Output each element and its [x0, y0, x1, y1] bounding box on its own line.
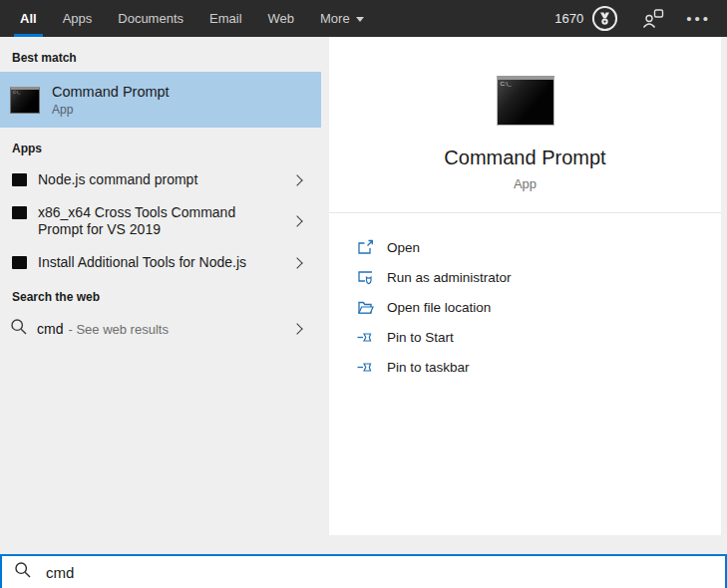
header-right-controls: 1670 ••• — [554, 0, 711, 37]
action-label: Pin to taskbar — [387, 360, 470, 375]
result-nodejs-command-prompt[interactable]: Node.js command prompt — [0, 164, 321, 195]
search-filter-tabs: All Apps Documents Email Web More — [14, 0, 384, 37]
tab-all[interactable]: All — [14, 0, 43, 37]
search-header: All Apps Documents Email Web More 1670 — [0, 0, 727, 37]
search-icon — [14, 561, 32, 583]
action-open[interactable]: Open — [329, 232, 721, 262]
rewards-points: 1670 — [554, 11, 583, 26]
taskbar-search-box[interactable] — [0, 554, 727, 588]
action-run-as-administrator[interactable]: Run as administrator — [329, 262, 721, 292]
action-list: Open Run as administrator — [329, 232, 721, 382]
terminal-icon — [12, 173, 27, 186]
pushpin-icon — [357, 359, 374, 376]
result-x86-x64-cross-tools[interactable]: x86_x64 Cross Tools Command Prompt for V… — [0, 197, 321, 245]
tab-more-label: More — [320, 11, 350, 26]
action-label: Open — [387, 240, 420, 255]
web-query-text: cmd — [37, 321, 63, 337]
tab-documents[interactable]: Documents — [112, 0, 189, 37]
open-window-icon — [357, 239, 374, 256]
best-match-section-label: Best match — [12, 51, 77, 65]
apps-section-label: Apps — [12, 142, 42, 155]
action-label: Run as administrator — [387, 270, 512, 285]
search-flyout: All Apps Documents Email Web More 1670 — [0, 0, 727, 588]
preview-subtitle: App — [329, 176, 721, 191]
divider — [329, 212, 721, 213]
chevron-right-icon[interactable] — [291, 257, 302, 268]
search-input[interactable] — [44, 559, 725, 585]
preview-title: Command Prompt — [329, 147, 721, 169]
search-icon — [10, 318, 28, 340]
command-prompt-large-icon — [497, 76, 554, 126]
more-options-ellipsis-icon[interactable]: ••• — [686, 14, 711, 24]
results-panel: Best match Command Prompt App Apps Node.… — [0, 37, 321, 554]
chevron-right-icon[interactable] — [291, 215, 302, 226]
terminal-icon — [12, 206, 27, 219]
result-label: x86_x64 Cross Tools Command Prompt for V… — [38, 204, 293, 238]
tab-email[interactable]: Email — [203, 0, 248, 37]
action-pin-to-taskbar[interactable]: Pin to taskbar — [329, 352, 721, 382]
search-web-section-label: Search the web — [12, 290, 100, 304]
result-label: Node.js command prompt — [38, 171, 293, 188]
pushpin-icon — [357, 329, 374, 346]
action-label: Open file location — [387, 300, 491, 315]
web-suffix-text: - See web results — [68, 322, 293, 337]
rewards-medal-icon[interactable] — [591, 5, 618, 32]
tab-web-label: Web — [268, 11, 295, 26]
command-prompt-icon — [10, 87, 40, 114]
action-label: Pin to Start — [387, 330, 454, 345]
tab-email-label: Email — [209, 11, 242, 26]
best-match-subtitle: App — [52, 103, 170, 117]
action-open-file-location[interactable]: Open file location — [329, 292, 721, 322]
feedback-person-icon[interactable] — [642, 9, 664, 29]
window-shield-icon — [357, 269, 374, 286]
preview-panel: Command Prompt App Open — [329, 37, 721, 535]
best-match-result-command-prompt[interactable]: Command Prompt App — [0, 72, 321, 128]
result-label: Install Additional Tools for Node.js — [38, 254, 293, 271]
terminal-icon — [12, 256, 27, 269]
apps-result-list: Node.js command prompt x86_x64 Cross Too… — [0, 164, 321, 278]
action-pin-to-start[interactable]: Pin to Start — [329, 322, 721, 352]
tab-more[interactable]: More — [314, 0, 370, 37]
folder-icon — [357, 299, 374, 316]
tab-documents-label: Documents — [118, 11, 183, 26]
chevron-down-icon — [356, 17, 364, 22]
tab-apps-label: Apps — [63, 11, 93, 26]
best-match-title: Command Prompt — [52, 84, 170, 100]
tab-all-label: All — [20, 11, 37, 26]
best-match-text: Command Prompt App — [52, 84, 170, 117]
result-web-search-cmd[interactable]: cmd - See web results — [0, 311, 321, 347]
result-install-additional-tools[interactable]: Install Additional Tools for Node.js — [0, 247, 321, 278]
chevron-right-icon[interactable] — [291, 323, 302, 334]
tab-web[interactable]: Web — [262, 0, 301, 37]
tab-apps[interactable]: Apps — [57, 0, 99, 37]
chevron-right-icon[interactable] — [291, 174, 302, 185]
